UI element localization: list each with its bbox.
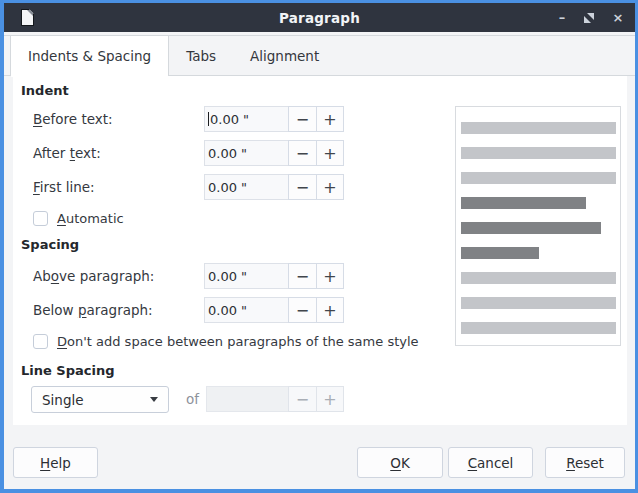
before-text-label: Before text: bbox=[33, 106, 113, 132]
above-paragraph-spinbox: 0.00 " − + bbox=[204, 263, 344, 289]
help-button[interactable]: Help bbox=[13, 447, 98, 478]
before-text-increment-button[interactable]: + bbox=[316, 106, 344, 132]
restore-icon bbox=[583, 12, 595, 24]
preview-line-bar bbox=[461, 297, 616, 309]
tab-indents-and-spacing[interactable]: Indents & Spacing bbox=[10, 36, 169, 76]
before-text-decrement-button[interactable]: − bbox=[288, 106, 316, 132]
indent-section-heading: Indent bbox=[21, 83, 69, 98]
above-paragraph-decrement-button[interactable]: − bbox=[288, 263, 316, 289]
first-line-increment-button[interactable]: + bbox=[316, 174, 344, 200]
text-caret bbox=[208, 112, 209, 126]
preview-pane bbox=[455, 106, 621, 346]
line-spacing-section-heading: Line Spacing bbox=[21, 363, 115, 378]
indents-spacing-panel: Indent Before text: 0.00 " − + After tex… bbox=[13, 76, 627, 425]
first-line-label: First line: bbox=[33, 174, 95, 200]
paragraph-dialog: Paragraph – × Indents & Spacing Tabs Ali… bbox=[0, 0, 638, 493]
after-text-spinbox: 0.00 " − + bbox=[204, 140, 344, 166]
line-spacing-dropdown[interactable]: Single bbox=[31, 386, 169, 413]
minimize-button[interactable]: – bbox=[555, 3, 569, 32]
automatic-checkbox-row[interactable]: Automatic bbox=[33, 210, 124, 226]
tab-label: Indents & Spacing bbox=[28, 48, 151, 64]
tab-tabs[interactable]: Tabs bbox=[169, 36, 233, 76]
ok-button[interactable]: OK bbox=[357, 447, 443, 478]
automatic-checkbox[interactable] bbox=[33, 211, 48, 226]
line-spacing-of-spinbox: − + bbox=[206, 386, 344, 412]
after-text-input[interactable]: 0.00 " bbox=[204, 140, 288, 166]
preview-line-bar bbox=[461, 172, 616, 184]
line-spacing-selected-value: Single bbox=[42, 392, 84, 408]
after-text-decrement-button[interactable]: − bbox=[288, 140, 316, 166]
spacing-section-heading: Spacing bbox=[21, 237, 79, 252]
window-controls: – × bbox=[555, 3, 625, 32]
tab-label: Tabs bbox=[186, 48, 216, 64]
line-spacing-of-decrement-button: − bbox=[288, 386, 316, 412]
preview-line-bar bbox=[461, 247, 539, 259]
of-label: of bbox=[186, 386, 199, 413]
below-paragraph-label: Below paragraph: bbox=[33, 297, 153, 323]
tab-alignment[interactable]: Alignment bbox=[233, 36, 336, 76]
automatic-label: Automatic bbox=[57, 211, 124, 226]
preview-line-bar bbox=[461, 322, 616, 334]
line-spacing-of-increment-button: + bbox=[316, 386, 344, 412]
tabstrip: Indents & Spacing Tabs Alignment bbox=[10, 36, 336, 76]
cancel-button[interactable]: Cancel bbox=[448, 447, 533, 478]
below-paragraph-decrement-button[interactable]: − bbox=[288, 297, 316, 323]
preview-line-bar bbox=[461, 147, 616, 159]
below-paragraph-input[interactable]: 0.00 " bbox=[204, 297, 288, 323]
chevron-down-icon bbox=[150, 397, 158, 402]
first-line-decrement-button[interactable]: − bbox=[288, 174, 316, 200]
preview-line-bar bbox=[461, 222, 601, 234]
restore-button[interactable] bbox=[583, 11, 597, 24]
line-spacing-of-input bbox=[206, 386, 288, 412]
tab-label: Alignment bbox=[250, 48, 319, 64]
before-text-input[interactable]: 0.00 " bbox=[204, 106, 288, 132]
above-paragraph-label: Above paragraph: bbox=[33, 263, 154, 289]
first-line-input[interactable]: 0.00 " bbox=[204, 174, 288, 200]
dont-add-space-checkbox-row[interactable]: Don't add space between paragraphs of th… bbox=[33, 333, 419, 349]
above-paragraph-input[interactable]: 0.00 " bbox=[204, 263, 288, 289]
close-button[interactable]: × bbox=[611, 3, 625, 32]
first-line-spinbox: 0.00 " − + bbox=[204, 174, 344, 200]
dont-add-space-checkbox[interactable] bbox=[33, 334, 48, 349]
below-paragraph-increment-button[interactable]: + bbox=[316, 297, 344, 323]
after-text-increment-button[interactable]: + bbox=[316, 140, 344, 166]
after-text-label: After text: bbox=[33, 140, 101, 166]
dont-add-space-label: Don't add space between paragraphs of th… bbox=[57, 334, 419, 349]
above-paragraph-increment-button[interactable]: + bbox=[316, 263, 344, 289]
preview-line-bar bbox=[461, 197, 586, 209]
preview-line-bar bbox=[461, 272, 616, 284]
titlebar[interactable]: Paragraph – × bbox=[4, 3, 635, 32]
below-paragraph-spinbox: 0.00 " − + bbox=[204, 297, 344, 323]
window-title: Paragraph bbox=[4, 10, 635, 26]
preview-line-bar bbox=[461, 122, 616, 134]
before-text-spinbox: 0.00 " − + bbox=[204, 106, 344, 132]
reset-button[interactable]: Reset bbox=[545, 447, 625, 478]
